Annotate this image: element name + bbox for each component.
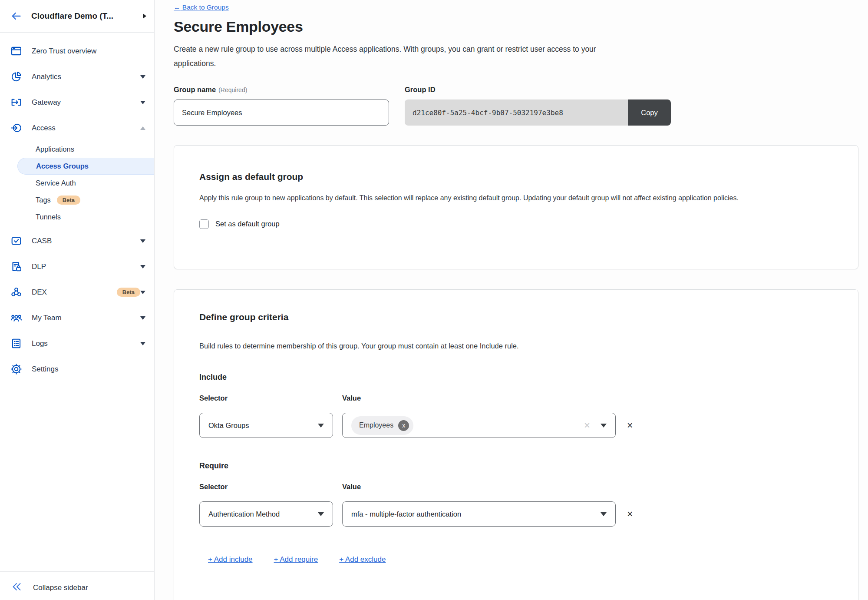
chevron-down-icon[interactable] — [140, 265, 145, 269]
chip-label: Employees — [359, 421, 393, 429]
add-rule-links: + Add include + Add require + Add exclud… — [199, 555, 833, 564]
assign-default-description: Apply this rule group to new application… — [199, 192, 833, 205]
add-exclude-link[interactable]: + Add exclude — [339, 555, 386, 564]
sidebar-item-label: Zero Trust overview — [32, 47, 145, 56]
beta-badge: Beta — [57, 196, 80, 205]
group-id-label: Group ID — [405, 86, 671, 94]
collapse-chevrons-icon — [11, 581, 22, 594]
require-labels-row: Selector Value — [199, 483, 833, 491]
sidebar-item-label: My Team — [32, 314, 140, 322]
chevron-down-icon — [318, 512, 324, 516]
sidebar-item-my-team[interactable]: My Team — [0, 305, 154, 331]
sidebar-item-tunnels[interactable]: Tunnels — [0, 209, 154, 225]
group-meta-row: Group name(Required) Group ID d21ce80f-5… — [174, 86, 868, 126]
group-name-label: Group name — [174, 86, 216, 93]
casb-check-icon — [10, 235, 22, 247]
sidebar-footer: Collapse sidebar — [0, 571, 154, 600]
sidebar-item-settings[interactable]: Settings — [0, 356, 154, 382]
analytics-pie-icon — [10, 71, 22, 83]
sidebar-item-service-auth[interactable]: Service Auth — [0, 175, 154, 192]
include-value-multiselect[interactable]: Employees x × — [342, 413, 616, 438]
chevron-down-icon[interactable] — [140, 316, 145, 320]
include-rule-row: Okta Groups Employees x × × — [199, 413, 833, 438]
overview-window-icon — [10, 45, 22, 57]
dex-network-icon — [10, 286, 22, 298]
back-to-groups-link[interactable]: ← Back to Groups — [174, 3, 229, 11]
access-login-icon — [10, 122, 22, 134]
sidebar-item-tags[interactable]: Tags Beta — [0, 192, 154, 209]
sidebar: Cloudflare Demo (T... Zero Trust overvie… — [0, 0, 155, 600]
require-selector-dropdown[interactable]: Authentication Method — [199, 501, 333, 527]
sidebar-item-label: Settings — [32, 365, 145, 374]
assign-default-heading: Assign as default group — [199, 172, 833, 182]
chevron-down-icon — [601, 512, 607, 516]
chevron-down-icon — [318, 424, 324, 428]
sidebar-nav: Zero Trust overview Analytics Gateway — [0, 33, 154, 382]
beta-badge: Beta — [117, 288, 140, 297]
sidebar-item-label: Access Groups — [36, 162, 89, 170]
remove-require-rule-icon[interactable]: × — [627, 509, 633, 519]
include-selector-value: Okta Groups — [208, 421, 318, 430]
add-require-link[interactable]: + Add require — [274, 555, 318, 564]
sidebar-item-zero-trust-overview[interactable]: Zero Trust overview — [0, 38, 154, 64]
required-hint: (Required) — [218, 86, 247, 93]
require-value-dropdown[interactable]: mfa - multiple-factor authentication — [342, 501, 616, 527]
include-selector-dropdown[interactable]: Okta Groups — [199, 413, 333, 438]
criteria-description: Build rules to determine membership of t… — [199, 342, 833, 350]
require-section-heading: Require — [199, 461, 833, 471]
sidebar-item-label: Applications — [36, 145, 74, 153]
sidebar-item-label: DLP — [32, 262, 140, 271]
sidebar-item-label: Logs — [32, 339, 140, 348]
require-selector-value: Authentication Method — [208, 510, 318, 518]
collapse-sidebar-label: Collapse sidebar — [33, 583, 88, 592]
chevron-down-icon[interactable] — [140, 239, 145, 243]
group-name-input[interactable] — [174, 99, 389, 126]
gateway-icon — [10, 96, 22, 108]
chevron-down-icon[interactable] — [140, 75, 145, 79]
chip-remove-icon[interactable]: x — [398, 420, 409, 431]
require-rule-row: Authentication Method mfa - multiple-fac… — [199, 501, 833, 527]
sidebar-item-analytics[interactable]: Analytics — [0, 64, 154, 90]
sidebar-header: Cloudflare Demo (T... — [0, 0, 154, 33]
include-section-heading: Include — [199, 373, 833, 382]
chevron-right-icon[interactable] — [143, 13, 146, 19]
group-id-block: Group ID d21ce80f-5a25-4bcf-9b07-5032197… — [405, 86, 671, 126]
sidebar-item-dex[interactable]: DEX Beta — [0, 279, 154, 305]
set-default-group-checkbox[interactable] — [199, 219, 209, 229]
include-value-label: Value — [342, 394, 361, 402]
sidebar-item-label: Access — [32, 124, 140, 133]
criteria-heading: Define group criteria — [199, 312, 833, 322]
sidebar-item-label: Tunnels — [36, 213, 61, 221]
gear-icon — [10, 363, 22, 375]
sidebar-item-access[interactable]: Access — [0, 115, 154, 141]
remove-include-rule-icon[interactable]: × — [627, 421, 633, 431]
add-include-link[interactable]: + Add include — [208, 555, 253, 564]
collapse-sidebar-button[interactable]: Collapse sidebar — [0, 572, 154, 600]
chevron-down-icon — [601, 424, 607, 428]
back-arrow-glyph: ← — [174, 3, 181, 11]
back-arrow-icon[interactable] — [10, 10, 22, 22]
copy-button[interactable]: Copy — [628, 99, 671, 126]
back-link-label: Back to Groups — [182, 3, 229, 11]
sidebar-item-label: Gateway — [32, 98, 140, 107]
logs-list-icon — [10, 338, 22, 349]
sidebar-item-label: CASB — [32, 237, 140, 245]
chevron-down-icon[interactable] — [140, 291, 145, 294]
account-name[interactable]: Cloudflare Demo (T... — [31, 11, 143, 21]
include-selector-label: Selector — [199, 394, 342, 402]
chevron-down-icon[interactable] — [140, 342, 145, 345]
clear-selection-icon[interactable]: × — [584, 420, 590, 431]
sidebar-item-dlp[interactable]: DLP — [0, 254, 154, 279]
sidebar-item-gateway[interactable]: Gateway — [0, 90, 154, 115]
sidebar-item-access-groups[interactable]: Access Groups — [17, 158, 154, 175]
require-value-label: Value — [342, 483, 361, 491]
sidebar-item-applications[interactable]: Applications — [0, 141, 154, 158]
team-people-icon — [10, 312, 22, 324]
chevron-down-icon[interactable] — [140, 101, 145, 104]
assign-default-group-card: Assign as default group Apply this rule … — [174, 145, 858, 269]
chevron-up-icon[interactable] — [140, 126, 145, 130]
require-value: mfa - multiple-factor authentication — [351, 510, 601, 518]
require-selector-label: Selector — [199, 483, 342, 491]
sidebar-item-logs[interactable]: Logs — [0, 331, 154, 356]
sidebar-item-casb[interactable]: CASB — [0, 228, 154, 254]
